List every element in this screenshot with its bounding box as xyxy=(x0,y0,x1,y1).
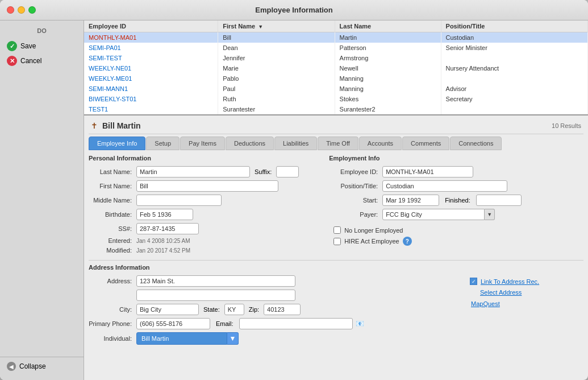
cell-emp-id: MONTHLY-MA01 xyxy=(84,32,218,43)
middle-name-input[interactable] xyxy=(136,195,222,206)
mapquest-link[interactable]: MapQuest xyxy=(471,300,500,307)
individual-arrow[interactable]: ▼ xyxy=(227,332,239,345)
cell-emp-id: TEST1 xyxy=(84,104,218,114)
ssn-input[interactable] xyxy=(136,223,199,234)
address2-input[interactable] xyxy=(136,290,295,301)
tab-pay-items[interactable]: Pay Items xyxy=(180,137,225,150)
cell-last-name: Patterson xyxy=(335,43,441,53)
cell-emp-id: WEEKLY-NE01 xyxy=(84,63,218,73)
hire-act-label: HIRE Act Employee xyxy=(344,238,399,245)
no-longer-employed-checkbox[interactable] xyxy=(333,226,341,234)
tab-deductions[interactable]: Deductions xyxy=(226,137,274,150)
hire-act-checkbox[interactable] xyxy=(333,238,341,245)
tab-time-off[interactable]: Time Off xyxy=(318,137,358,150)
main-content: DO ✓ Save ✕ Cancel ◀ Collapse xyxy=(0,20,588,380)
last-name-label: Last Name: xyxy=(89,168,134,175)
city-input[interactable] xyxy=(136,304,199,315)
employee-detail: ✝ Bill Martin 10 Results Employee Info S… xyxy=(84,115,588,380)
city-state-zip-row: City: State: Zip: xyxy=(89,304,461,315)
finished-input[interactable] xyxy=(476,195,522,206)
col-employee-id[interactable]: Employee ID xyxy=(84,20,218,32)
link-address-label[interactable]: Link To Address Rec. xyxy=(481,278,539,285)
last-name-input[interactable] xyxy=(136,166,250,177)
tab-setup[interactable]: Setup xyxy=(146,137,180,150)
employee-id-row: Employee ID: xyxy=(329,166,583,177)
address-right-panel: ✓ Link To Address Rec. Select Address Ma… xyxy=(470,275,583,348)
select-address-row: Select Address xyxy=(470,288,583,296)
tab-employee-info[interactable]: Employee Info xyxy=(89,137,145,150)
birthdate-row: Birthdate: xyxy=(89,209,320,220)
first-name-input[interactable] xyxy=(136,180,278,192)
col-first-name[interactable]: First Name ▼ xyxy=(218,20,335,32)
birthdate-input[interactable] xyxy=(136,209,193,220)
tab-connections[interactable]: Connections xyxy=(450,137,502,150)
address1-row: Address: xyxy=(89,275,461,287)
table-row[interactable]: SEMI-MANN1 Paul Manning Advisor xyxy=(84,84,588,94)
position-input[interactable] xyxy=(382,180,507,192)
payer-arrow[interactable]: ▼ xyxy=(485,209,495,220)
cell-last-name: Surantester2 xyxy=(335,104,441,114)
position-label: Position/Title: xyxy=(329,183,380,189)
link-address-checkbox[interactable]: ✓ xyxy=(470,278,477,285)
help-icon[interactable]: ? xyxy=(403,237,412,246)
suffix-input[interactable] xyxy=(276,166,299,177)
table-row[interactable]: SEMI-TEST Jennifer Armstrong xyxy=(84,53,588,63)
tab-comments[interactable]: Comments xyxy=(402,137,449,150)
employment-section-title: Employment Info xyxy=(329,155,583,163)
cell-emp-id: BIWEEKLY-ST01 xyxy=(84,94,218,104)
sidebar: DO ✓ Save ✕ Cancel ◀ Collapse xyxy=(0,20,84,380)
save-button[interactable]: ✓ Save xyxy=(0,39,84,53)
maximize-button[interactable] xyxy=(28,6,36,14)
payer-input[interactable] xyxy=(382,209,485,220)
col-last-name[interactable]: Last Name xyxy=(335,20,441,32)
cell-position xyxy=(441,73,587,84)
employee-id-input[interactable] xyxy=(382,166,473,177)
personal-info-section: Personal Information Last Name: Suffix: … xyxy=(89,155,320,257)
tab-accounts[interactable]: Accounts xyxy=(359,137,402,150)
start-input[interactable] xyxy=(382,195,439,206)
minimize-button[interactable] xyxy=(18,6,25,14)
email-input[interactable] xyxy=(239,318,353,329)
zip-input[interactable] xyxy=(264,304,301,315)
birthdate-label: Birthdate: xyxy=(89,211,134,218)
no-longer-employed-row: No Longer Employed xyxy=(329,226,583,234)
table-row[interactable]: WEEKLY-ME01 Pablo Manning xyxy=(84,73,588,84)
collapse-button[interactable]: ◀ Collapse xyxy=(0,357,84,375)
form-sections-top: Personal Information Last Name: Suffix: … xyxy=(89,155,583,257)
mapquest-row: MapQuest xyxy=(470,300,583,308)
state-label: State: xyxy=(201,306,222,313)
hire-act-row: HIRE Act Employee ? xyxy=(329,237,583,246)
select-address-button[interactable]: Select Address xyxy=(480,289,522,296)
individual-select[interactable]: Bill Martin xyxy=(136,332,227,345)
cell-first-name: Bill xyxy=(218,32,335,43)
employee-table-container: Employee ID First Name ▼ Last Name Posit… xyxy=(84,20,588,115)
state-input[interactable] xyxy=(224,304,244,315)
cell-last-name: Martin xyxy=(335,32,441,43)
email-icon[interactable]: 📧 xyxy=(355,319,365,329)
ssn-label: SS#: xyxy=(89,225,134,232)
cell-first-name: Jennifer xyxy=(218,53,335,63)
col-position[interactable]: Position/Title xyxy=(441,20,587,32)
table-row[interactable]: WEEKLY-NE01 Marie Newell Nursery Attenda… xyxy=(84,63,588,73)
window-controls xyxy=(7,6,36,14)
table-row[interactable]: SEMI-PA01 Dean Patterson Senior Minister xyxy=(84,43,588,53)
cell-position xyxy=(441,53,587,63)
address1-input[interactable] xyxy=(136,275,295,287)
employee-name: Bill Martin xyxy=(102,121,141,130)
close-button[interactable] xyxy=(7,6,14,14)
divider xyxy=(89,260,583,261)
zip-label: Zip: xyxy=(247,306,261,313)
table-row[interactable]: BIWEEKLY-ST01 Ruth Stokes Secretary xyxy=(84,94,588,104)
tab-liabilities[interactable]: Liabilities xyxy=(274,137,317,150)
table-row[interactable]: TEST1 Surantester Surantester2 xyxy=(84,104,588,114)
position-title-row: Position/Title: xyxy=(329,180,583,192)
phone-input[interactable] xyxy=(136,318,210,329)
table-row[interactable]: MONTHLY-MA01 Bill Martin Custodian xyxy=(84,32,588,43)
cancel-button[interactable]: ✕ Cancel xyxy=(0,53,84,68)
window-title: Employee Information xyxy=(255,6,333,14)
phone-label: Primary Phone: xyxy=(89,320,134,327)
email-label: Email: xyxy=(212,320,237,327)
entered-value: Jan 4 2008 10:25 AM xyxy=(136,238,190,244)
first-name-label: First Name: xyxy=(89,183,134,189)
cell-first-name: Dean xyxy=(218,43,335,53)
